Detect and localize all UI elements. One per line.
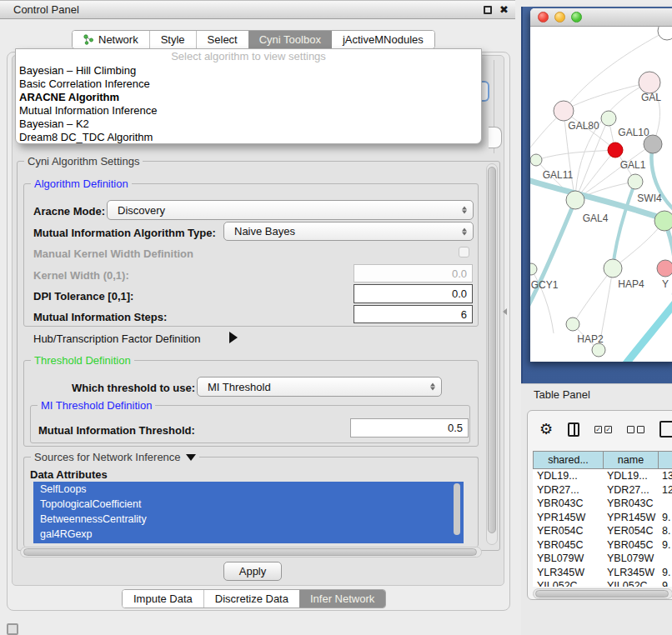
settings-vertical-scrollbar-thumb[interactable] <box>488 167 496 533</box>
float-window-icon[interactable] <box>484 6 492 14</box>
settings-horizontal-scrollbar-thumb[interactable] <box>23 548 477 556</box>
manual-kernel-width-checkbox[interactable] <box>459 247 469 258</box>
export-table-icon[interactable] <box>659 421 672 438</box>
attributes-list-scrollbar-thumb[interactable] <box>454 483 460 535</box>
stepper-icon <box>462 207 467 214</box>
table-row[interactable]: YDR27...YDR27...12 <box>533 483 672 498</box>
collapsed-panel-icon[interactable] <box>7 623 18 635</box>
list-item-selfloops[interactable]: SelfLoops <box>33 482 464 497</box>
network-window-titlebar[interactable] <box>530 8 672 27</box>
dropdown-item-bayesian-hill-climbing[interactable]: Bayesian – Hill Climbing <box>16 64 481 78</box>
node-gal[interactable] <box>639 72 660 93</box>
settings-vertical-scrollbar[interactable] <box>486 163 498 545</box>
tab-infer-network[interactable]: Infer Network <box>299 590 385 608</box>
node-swi4[interactable] <box>654 211 672 231</box>
node-y[interactable] <box>657 260 672 277</box>
dropdown-item-mutual-information[interactable]: Mutual Information Inference <box>16 104 481 118</box>
which-threshold-combo[interactable]: MI Threshold <box>197 377 442 397</box>
hub-definition-label[interactable]: Hub/Transcription Factor Definition <box>33 332 200 345</box>
tab-cyni-toolbox[interactable]: Cyni Toolbox <box>248 31 332 48</box>
close-traffic-icon[interactable] <box>538 12 549 22</box>
table-row[interactable]: YER054CYER054C8. <box>533 524 672 538</box>
dpi-tolerance-field[interactable] <box>354 284 473 303</box>
network-window: GAL GAL80 GAL10 GAL1 GAL11 SWI4 GAL4 GCY… <box>530 8 672 362</box>
node-gal11[interactable] <box>530 154 542 166</box>
table-horizontal-scrollbar-thumb[interactable] <box>535 590 669 598</box>
table-row[interactable]: YDL19...YDL19...13 <box>533 469 672 483</box>
column-view-icon[interactable] <box>568 422 579 437</box>
tab-network-label: Network <box>98 33 138 46</box>
table-panel-title: Table Panel <box>534 388 590 401</box>
aracne-mode-value: Discovery <box>118 204 165 217</box>
node-gal4[interactable] <box>566 191 584 209</box>
table-row[interactable]: YBL079WYBL079W <box>533 552 672 566</box>
list-item-topologicalcoefficient[interactable]: TopologicalCoefficient <box>33 497 464 512</box>
svg-text:GCY1: GCY1 <box>531 279 559 291</box>
dropdown-item-basic-correlation[interactable]: Basic Correlation Inference <box>16 78 481 91</box>
network-nodes <box>530 27 672 357</box>
table-rows: YDL19...YDL19...13 YDR27...YDR27...12 YB… <box>533 469 672 587</box>
svg-text:GAL10: GAL10 <box>618 127 649 138</box>
splitter-grip[interactable] <box>503 308 507 315</box>
table-row[interactable]: YPR145WYPR145W9. <box>533 511 672 525</box>
node-gal1[interactable] <box>628 174 643 189</box>
tab-discretize-data[interactable]: Discretize Data <box>203 590 299 608</box>
mi-steps-label: Mutual Information Steps: <box>33 311 167 323</box>
list-item-betweennesscentrality[interactable]: BetweennessCentrality <box>33 512 464 527</box>
zoom-traffic-icon[interactable] <box>571 12 582 22</box>
select-all-checkboxes-icon[interactable]: ✓✓ <box>594 426 612 433</box>
attributes-list-scrollbar[interactable] <box>453 482 461 543</box>
svg-text:GAL4: GAL4 <box>583 212 609 224</box>
table-row[interactable]: YBR043CYBR043C <box>533 497 672 511</box>
sources-group-title[interactable]: Sources for Network Inference <box>31 451 199 463</box>
tab-impute-data[interactable]: Impute Data <box>123 590 203 608</box>
node[interactable] <box>601 111 616 126</box>
table-row[interactable]: YLR345WYLR345W9. <box>533 566 672 580</box>
column-header-shared-name[interactable]: shared... <box>534 452 604 468</box>
svg-text:SWI4: SWI4 <box>637 192 662 204</box>
list-item-gal4rgexp[interactable]: gal4RGexp <box>33 527 464 542</box>
node-gal80[interactable] <box>554 101 574 121</box>
mi-algorithm-type-label: Mutual Information Algorithm Type: <box>33 227 216 239</box>
network-canvas[interactable]: GAL GAL80 GAL10 GAL1 GAL11 SWI4 GAL4 GCY… <box>530 27 672 362</box>
close-window-icon[interactable]: ✖ <box>499 6 509 14</box>
node[interactable] <box>658 27 672 40</box>
dropdown-item-bayesian-k2[interactable]: Bayesian – K2 <box>16 118 481 131</box>
deselect-all-checkboxes-icon[interactable] <box>627 426 644 433</box>
node-hap4[interactable] <box>604 259 622 278</box>
mi-threshold-field[interactable] <box>350 418 469 438</box>
node-hap2[interactable] <box>566 318 579 331</box>
expand-arrow-icon[interactable] <box>229 332 238 343</box>
manual-kernel-width-label: Manual Kernel Width Definition <box>33 248 193 260</box>
minimize-traffic-icon[interactable] <box>554 12 565 22</box>
apply-button[interactable]: Apply <box>223 562 282 581</box>
table-row[interactable]: YBR045CYBR045C9. <box>533 538 672 552</box>
node[interactable] <box>592 343 605 357</box>
svg-text:Y: Y <box>662 278 669 290</box>
mi-steps-field[interactable] <box>354 305 473 323</box>
column-header-name[interactable]: name <box>604 452 659 468</box>
svg-text:GAL11: GAL11 <box>543 169 574 181</box>
algorithm-dropdown-placeholder: Select algorithm to view settings <box>16 49 481 64</box>
dpi-tolerance-label: DPI Tolerance [0,1]: <box>33 290 133 302</box>
mi-threshold-group-title: MI Threshold Definition <box>38 399 155 412</box>
dropdown-item-dream8[interactable]: Dream8 DC_TDC Algorithm <box>16 131 481 144</box>
data-attributes-list: SelfLoops TopologicalCoefficient Between… <box>33 482 464 543</box>
gear-icon[interactable]: ⚙ <box>539 422 553 437</box>
node-selected[interactable] <box>608 142 623 158</box>
mi-algorithm-type-combo[interactable]: Naive Bayes <box>223 222 474 241</box>
column-header-partial[interactable]: A <box>659 452 672 468</box>
table-horizontal-scrollbar[interactable] <box>533 588 672 599</box>
which-threshold-label: Which threshold to use: <box>72 382 195 394</box>
kernel-width-field[interactable] <box>354 264 473 282</box>
table-panel-window: ⚙ ✓✓ shared... name A YDL19...YDL19...13… <box>527 410 672 600</box>
table-row[interactable]: YIL052CYIL052C9 <box>533 579 672 587</box>
node-gcy1[interactable] <box>530 263 537 275</box>
tab-select[interactable]: Select <box>196 31 248 48</box>
aracne-mode-combo[interactable]: Discovery <box>107 200 474 220</box>
tab-jactivemnodules[interactable]: jActiveMNodules <box>332 31 434 48</box>
settings-horizontal-scrollbar[interactable] <box>20 547 482 558</box>
tab-network[interactable]: Network <box>73 31 149 48</box>
dropdown-item-aracne[interactable]: ARACNE Algorithm <box>16 91 481 104</box>
tab-style[interactable]: Style <box>149 31 196 48</box>
